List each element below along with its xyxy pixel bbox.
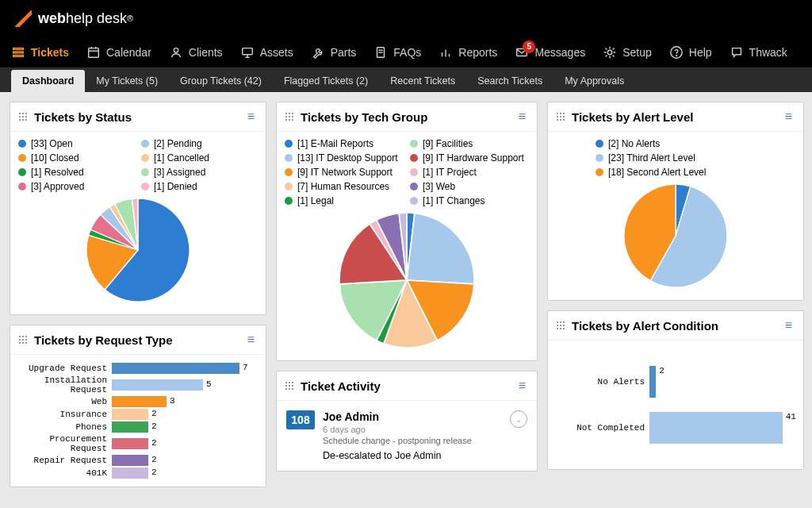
legend-item[interactable]: [1] Denied bbox=[141, 181, 258, 192]
pie-slice[interactable] bbox=[407, 214, 474, 284]
card-menu-icon[interactable]: ≡ bbox=[515, 110, 529, 124]
bar-value: 7 bbox=[239, 363, 248, 372]
legend-item[interactable]: [13] IT Desktop Support bbox=[285, 152, 404, 164]
nav-thwack[interactable]: Thwack bbox=[730, 45, 787, 60]
bar-fill bbox=[112, 438, 148, 449]
bar-fill bbox=[112, 396, 167, 407]
drag-handle-icon[interactable] bbox=[285, 112, 294, 121]
drag-handle-icon[interactable] bbox=[18, 335, 28, 344]
drag-handle-icon[interactable] bbox=[285, 381, 294, 391]
legend-item[interactable]: [9] Facilities bbox=[410, 138, 529, 149]
legend-item[interactable]: [1] Legal bbox=[285, 195, 404, 206]
drag-handle-icon[interactable] bbox=[18, 112, 28, 121]
bar-row[interactable]: Procurement Request2 bbox=[18, 434, 258, 453]
bar-row[interactable]: Not Completed41 bbox=[556, 412, 795, 444]
subnav-tab[interactable]: Flagged Tickets (2) bbox=[273, 70, 379, 92]
bar-fill bbox=[112, 363, 239, 374]
activity-subject: Schedule change - postponing release bbox=[323, 436, 502, 445]
legend-label: [1] Legal bbox=[297, 195, 334, 206]
card-tickets-by-request-type: Tickets by Request Type≡ Upgrade Request… bbox=[10, 325, 266, 487]
bar-chart-alert-condition: No Alerts2Not Completed41 bbox=[548, 341, 803, 469]
card-ticket-activity: Ticket Activity≡ 108 Joe Admin 6 days ag… bbox=[276, 371, 538, 471]
legend-color-dot bbox=[141, 140, 149, 148]
subnav-tab[interactable]: My Approvals bbox=[553, 70, 635, 92]
legend-item[interactable]: [33] Open bbox=[18, 138, 135, 149]
svg-point-18 bbox=[607, 50, 611, 54]
drag-handle-icon[interactable] bbox=[556, 321, 565, 330]
legend-color-dot bbox=[18, 168, 26, 176]
pie-chart-techgroup bbox=[339, 213, 474, 348]
legend-item[interactable]: [10] Closed bbox=[18, 152, 135, 164]
legend-item[interactable]: [3] Web bbox=[410, 181, 529, 192]
bar-row[interactable]: Insurance2 bbox=[18, 409, 258, 420]
bar-row[interactable]: Phones2 bbox=[18, 421, 258, 433]
card-menu-icon[interactable]: ≡ bbox=[244, 333, 258, 347]
legend-label: [1] IT Changes bbox=[423, 195, 485, 206]
legend-label: [3] Web bbox=[423, 181, 455, 192]
nav-assets[interactable]: Assets bbox=[240, 45, 293, 60]
legend-item[interactable]: [1] IT Changes bbox=[410, 195, 529, 206]
bar-label: Upgrade Request bbox=[18, 364, 112, 373]
bar-label: Phones bbox=[18, 422, 112, 432]
bar-row[interactable]: Web3 bbox=[18, 396, 258, 407]
nav-parts[interactable]: Parts bbox=[311, 45, 357, 60]
legend-item[interactable]: [1] Resolved bbox=[18, 167, 135, 178]
card-menu-icon[interactable]: ≡ bbox=[782, 318, 795, 333]
card-menu-icon[interactable]: ≡ bbox=[515, 379, 529, 393]
nav-calendar[interactable]: Calendar bbox=[86, 45, 151, 60]
nav-faqs[interactable]: FAQs bbox=[373, 45, 421, 60]
svg-point-7 bbox=[174, 48, 178, 52]
bar-row[interactable]: Upgrade Request7 bbox=[18, 363, 258, 374]
expand-chevron-icon[interactable]: ⌄ bbox=[510, 410, 527, 428]
subnav-tab[interactable]: My Tickets (5) bbox=[85, 70, 169, 92]
legend-color-dot bbox=[141, 154, 149, 162]
legend-item[interactable]: [2] No Alerts bbox=[596, 138, 795, 149]
legend-item[interactable]: [2] Pending bbox=[141, 138, 258, 149]
legend-label: [18] Second Alert Level bbox=[608, 167, 706, 178]
bar-label: Not Completed bbox=[556, 423, 649, 433]
legend-item[interactable]: [1] IT Project bbox=[410, 167, 529, 178]
drag-handle-icon[interactable] bbox=[556, 112, 565, 121]
activity-item[interactable]: 108 Joe Admin 6 days ago Schedule change… bbox=[285, 407, 529, 464]
legend-item[interactable]: [3] Assigned bbox=[141, 167, 258, 178]
nav-help[interactable]: Help bbox=[669, 45, 712, 60]
logo-swoosh-icon bbox=[14, 10, 32, 27]
bar-row[interactable]: Repair Request2 bbox=[18, 455, 258, 466]
legend-item[interactable]: [18] Second Alert Level bbox=[596, 167, 795, 178]
bar-fill bbox=[649, 412, 783, 444]
legend-color-dot bbox=[596, 140, 603, 148]
legend-color-dot bbox=[18, 154, 26, 162]
nav-tickets[interactable]: Tickets bbox=[11, 45, 69, 60]
bar-value: 3 bbox=[167, 396, 175, 406]
nav-setup[interactable]: Setup bbox=[603, 45, 652, 60]
bar-fill bbox=[112, 455, 148, 466]
subnav-tab[interactable]: Recent Tickets bbox=[379, 70, 466, 92]
legend-item[interactable]: [23] Third Alert Level bbox=[596, 152, 795, 164]
nav-clients[interactable]: Clients bbox=[169, 45, 223, 60]
legend-item[interactable]: [1] Cancelled bbox=[141, 152, 258, 164]
legend-label: [1] Cancelled bbox=[154, 152, 209, 164]
bar-row[interactable]: 401K2 bbox=[18, 468, 258, 479]
legend-item[interactable]: [9] IT Network Support bbox=[285, 167, 404, 178]
nav-messages[interactable]: Messages5 bbox=[515, 45, 585, 60]
card-menu-icon[interactable]: ≡ bbox=[244, 110, 258, 124]
bar-row[interactable]: Installation Request5 bbox=[18, 375, 258, 394]
bar-row[interactable]: No Alerts2 bbox=[556, 366, 795, 398]
svg-rect-1 bbox=[13, 52, 24, 53]
subnav-tab[interactable]: Group Tickets (42) bbox=[169, 70, 273, 92]
nav-reports[interactable]: Reports bbox=[439, 45, 497, 60]
legend-item[interactable]: [9] IT Hardware Support bbox=[410, 152, 529, 164]
legend-item[interactable]: [7] Human Resources bbox=[285, 181, 404, 192]
card-menu-icon[interactable]: ≡ bbox=[782, 110, 795, 124]
bar-value: 5 bbox=[203, 379, 212, 389]
legend-item[interactable]: [3] Approved bbox=[18, 181, 135, 192]
legend-color-dot bbox=[285, 197, 293, 205]
subnav-tab[interactable]: Dashboard bbox=[11, 70, 85, 92]
nav-label: Parts bbox=[331, 46, 357, 59]
svg-rect-3 bbox=[89, 48, 99, 57]
pie-chart-alertlevel bbox=[624, 184, 727, 287]
legend-item[interactable]: [1] E-Mail Reports bbox=[285, 138, 404, 149]
legend-color-dot bbox=[410, 154, 418, 162]
bar-label: Installation Request bbox=[18, 375, 112, 394]
subnav-tab[interactable]: Search Tickets bbox=[466, 70, 553, 92]
